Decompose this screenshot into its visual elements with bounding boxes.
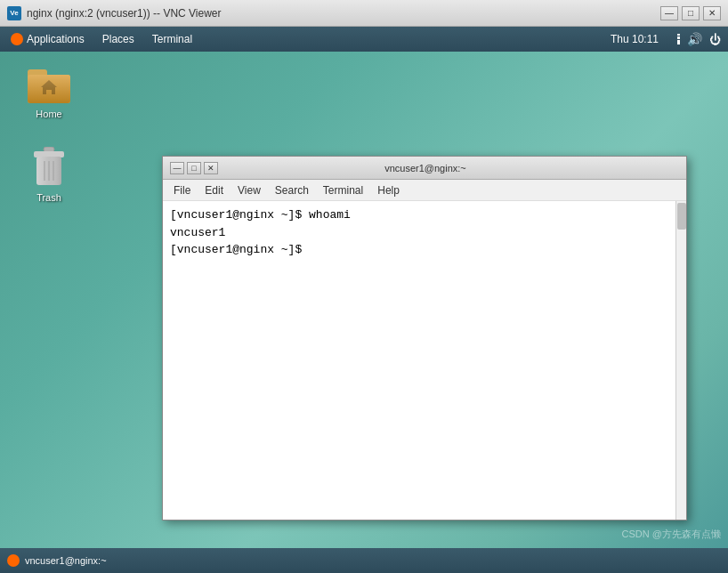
terminal-title: vncuser1@nginx:~ [218, 163, 633, 174]
taskbar-applications[interactable]: Applications [7, 31, 88, 47]
network-icon [666, 34, 680, 44]
desktop-icons: Home [18, 62, 80, 203]
terminal-prompt: [vncuser1@nginx ~]$ [170, 241, 679, 259]
terminal-menu-search[interactable]: Search [268, 182, 316, 198]
watermark: CSDN @方先森有点懒 [622, 528, 721, 541]
gnome-taskbar: Applications Places Terminal Thu 10:11 🔊 [0, 27, 728, 52]
vnc-app-icon: Ve [7, 6, 21, 20]
taskbar-left: Applications Places Terminal [7, 31, 196, 47]
vnc-minimize-button[interactable]: — [660, 6, 678, 20]
terminal-close-button[interactable]: ✕ [204, 162, 218, 174]
bottom-app-button[interactable]: vncuser1@nginx:~ [7, 554, 107, 567]
power-icon: ⏻ [709, 33, 721, 46]
bottom-app-label: vncuser1@nginx:~ [25, 555, 107, 566]
taskbar-right: Thu 10:11 🔊 ⏻ [611, 32, 721, 46]
terminal-menu-help[interactable]: Help [370, 182, 407, 198]
vnc-window-controls: — □ ✕ [660, 6, 721, 20]
vnc-title: nginx (nginx:2 (vncuser1)) -- VNC Viewer [27, 7, 660, 20]
vnc-window: Ve nginx (nginx:2 (vncuser1)) -- VNC Vie… [0, 0, 728, 573]
vnc-desktop: Applications Places Terminal Thu 10:11 🔊 [0, 27, 728, 573]
trash-image [28, 146, 70, 189]
terminal-line-2: vncuser1 [170, 224, 679, 242]
bottom-taskbar: vncuser1@nginx:~ [0, 548, 728, 573]
home-icon-label: Home [36, 109, 61, 119]
taskbar-terminal[interactable]: Terminal [149, 31, 196, 47]
trash-icon-label: Trash [36, 192, 61, 203]
vnc-titlebar: Ve nginx (nginx:2 (vncuser1)) -- VNC Vie… [0, 0, 728, 27]
terminal-window: — □ ✕ vncuser1@nginx:~ File Edit View Se… [162, 156, 687, 521]
terminal-menu-edit[interactable]: Edit [198, 182, 231, 198]
taskbar-clock: Thu 10:11 [611, 33, 659, 45]
terminal-line-1: [vncuser1@nginx ~]$ whoami [170, 206, 679, 224]
taskbar-app-icon [11, 33, 23, 45]
terminal-menu-view[interactable]: View [231, 182, 268, 198]
terminal-menu-terminal[interactable]: Terminal [316, 182, 370, 198]
taskbar-places[interactable]: Places [99, 31, 138, 47]
trash-icon[interactable]: Trash [18, 146, 80, 203]
terminal-menubar: File Edit View Search Terminal Help [163, 180, 686, 201]
bottom-app-icon [7, 554, 20, 567]
svg-rect-5 [34, 151, 64, 157]
terminal-titlebar: — □ ✕ vncuser1@nginx:~ [163, 157, 686, 180]
terminal-menu-file[interactable]: File [166, 182, 198, 198]
terminal-minimize-button[interactable]: — [170, 162, 184, 174]
home-folder-icon[interactable]: Home [18, 62, 80, 119]
speaker-icon: 🔊 [687, 32, 702, 46]
terminal-window-controls: — □ ✕ [170, 162, 218, 174]
vnc-maximize-button[interactable]: □ [682, 6, 700, 20]
vnc-close-button[interactable]: ✕ [703, 6, 721, 20]
terminal-body[interactable]: [vncuser1@nginx ~]$ whoami vncuser1 [vnc… [163, 201, 686, 520]
home-folder-image [28, 62, 70, 105]
terminal-scrollbar[interactable] [675, 201, 686, 520]
terminal-maximize-button[interactable]: □ [187, 162, 201, 174]
